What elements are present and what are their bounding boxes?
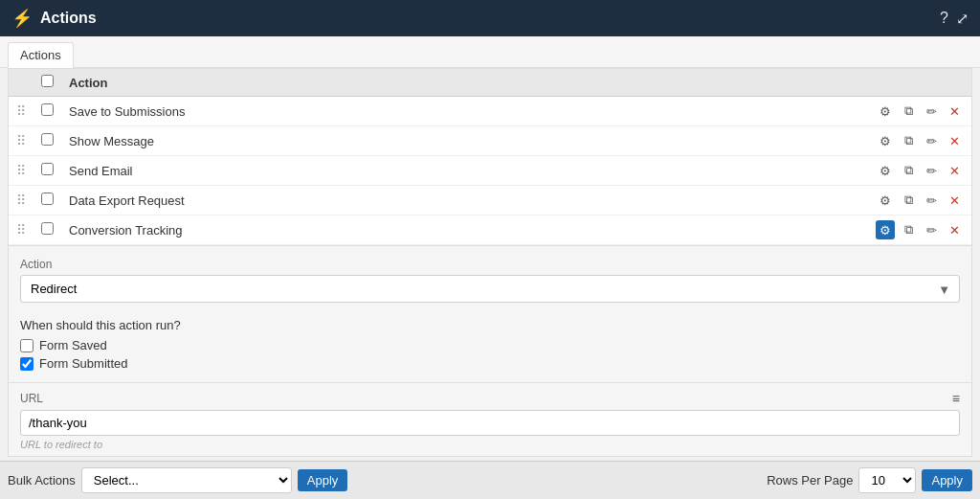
row-checkbox-cell [33,126,61,156]
row-action-icons: ⚙ ⧉ ✏ ✕ [868,156,971,186]
edit-icon-4[interactable]: ✏ [922,220,941,239]
settings-icon-3[interactable]: ⚙ [876,191,895,210]
copy-icon-0[interactable]: ⧉ [899,102,918,121]
action-select-container: Redirect Show Message Send Email ▼ [20,275,960,303]
row-checkbox-3[interactable] [41,193,54,205]
url-header: URL ≡ [20,391,960,406]
rows-per-page-section: Rows Per Page 10 25 50 Apply [767,467,972,493]
edit-icon-3[interactable]: ✏ [922,191,941,210]
form-submitted-checkbox[interactable] [20,357,33,371]
drag-handle-cell: ⠿ [9,156,33,186]
url-hint: URL to redirect to [20,439,960,450]
copy-icon-2[interactable]: ⧉ [899,161,918,180]
table-row: ⠿ Data Export Request ⚙ ⧉ ✏ ✕ [9,186,971,215]
form-saved-row: Form Saved [20,338,960,352]
row-checkbox-cell [33,186,61,215]
edit-icon-1[interactable]: ✏ [922,131,941,150]
row-checkbox-2[interactable] [41,163,54,175]
url-section: URL ≡ URL to redirect to [9,382,971,457]
drag-handle-cell: ⠿ [9,186,33,215]
actions-table: Action ⠿ Save to Submissions ⚙ ⧉ ✏ ✕ [9,69,971,245]
drag-handle-cell: ⠿ [9,215,33,245]
row-checkbox-1[interactable] [41,133,54,146]
bulk-actions-section: Bulk Actions Select... Apply [8,467,347,493]
action-form-section: Action Redirect Show Message Send Email … [9,245,971,310]
row-action-icons: ⚙ ⧉ ✏ ✕ [868,215,971,245]
th-action: Action [61,69,868,97]
table-row: ⠿ Show Message ⚙ ⧉ ✏ ✕ [9,126,971,156]
delete-icon-1[interactable]: ✕ [945,131,964,150]
header-icons: ? ⤢ [940,10,969,28]
th-row-actions [868,69,971,97]
drag-handle-icon[interactable]: ⠿ [16,133,26,148]
copy-icon-3[interactable]: ⧉ [899,191,918,210]
when-section: When should this action run? Form Saved … [9,310,971,382]
select-all-checkbox[interactable] [41,75,54,87]
bulk-apply-button[interactable]: Apply [298,469,348,491]
delete-icon-0[interactable]: ✕ [945,102,964,121]
row-checkbox-0[interactable] [41,103,54,116]
app-title: Actions [40,10,97,27]
rows-per-page-label: Rows Per Page [767,473,853,488]
rows-apply-button[interactable]: Apply [922,469,972,491]
drag-handle-icon[interactable]: ⠿ [16,222,26,238]
copy-icon-1[interactable]: ⧉ [899,131,918,150]
settings-icon-4[interactable]: ⚙ [876,220,895,239]
delete-icon-3[interactable]: ✕ [945,191,964,210]
settings-icon-1[interactable]: ⚙ [876,131,895,150]
form-saved-label: Form Saved [39,338,107,352]
row-checkbox-cell [33,215,61,245]
action-field-label: Action [20,258,960,271]
form-submitted-row: Form Submitted [20,356,960,371]
bulk-actions-label: Bulk Actions [8,473,76,488]
drag-handle-icon[interactable]: ⠿ [16,163,26,178]
delete-icon-2[interactable]: ✕ [945,161,964,180]
form-submitted-label: Form Submitted [39,356,127,371]
tab-bar: Actions [0,36,980,68]
drag-handle-icon[interactable]: ⠿ [16,193,26,208]
help-icon[interactable]: ? [940,10,948,27]
hamburger-icon[interactable]: ≡ [952,391,960,406]
when-label: When should this action run? [20,318,960,332]
th-check [33,69,61,97]
url-label: URL [20,392,43,405]
tab-actions[interactable]: Actions [8,42,74,68]
row-action-icons: ⚙ ⧉ ✏ ✕ [868,126,971,156]
main-content: Action ⠿ Save to Submissions ⚙ ⧉ ✏ ✕ [8,68,972,457]
copy-icon-4[interactable]: ⧉ [899,220,918,239]
edit-icon-2[interactable]: ✏ [922,161,941,180]
rows-per-page-select[interactable]: 10 25 50 [858,467,916,493]
url-input[interactable] [20,410,960,436]
header-title-group: ⚡ Actions [11,8,97,29]
bulk-actions-select[interactable]: Select... [81,467,292,493]
row-checkbox-4[interactable] [41,222,54,235]
row-name-cell: Data Export Request [61,186,868,215]
bolt-icon: ⚡ [11,8,33,29]
drag-handle-cell: ⠿ [9,97,33,126]
form-saved-checkbox[interactable] [20,339,33,352]
row-name-cell: Save to Submissions [61,97,868,126]
drag-handle-icon[interactable]: ⠿ [16,103,26,119]
action-select[interactable]: Redirect Show Message Send Email [20,275,960,303]
row-name-cell: Send Email [61,156,868,186]
row-checkbox-cell [33,156,61,186]
settings-icon-0[interactable]: ⚙ [876,102,895,121]
row-action-icons: ⚙ ⧉ ✏ ✕ [868,97,971,126]
delete-icon-4[interactable]: ✕ [945,220,964,239]
table-row: ⠿ Conversion Tracking ⚙ ⧉ ✏ ✕ [9,215,971,245]
edit-icon-0[interactable]: ✏ [922,102,941,121]
th-drag [9,69,33,97]
table-row: ⠿ Send Email ⚙ ⧉ ✏ ✕ [9,156,971,186]
row-checkbox-cell [33,97,61,126]
row-name-cell: Conversion Tracking [61,215,868,245]
drag-handle-cell: ⠿ [9,126,33,156]
row-name-cell: Show Message [61,126,868,156]
table-row: ⠿ Save to Submissions ⚙ ⧉ ✏ ✕ [9,97,971,126]
row-action-icons: ⚙ ⧉ ✏ ✕ [868,186,971,215]
expand-icon[interactable]: ⤢ [956,10,969,28]
settings-icon-2[interactable]: ⚙ [876,161,895,180]
footer: Bulk Actions Select... Apply Rows Per Pa… [0,461,980,499]
app-header: ⚡ Actions ? ⤢ [0,0,980,36]
